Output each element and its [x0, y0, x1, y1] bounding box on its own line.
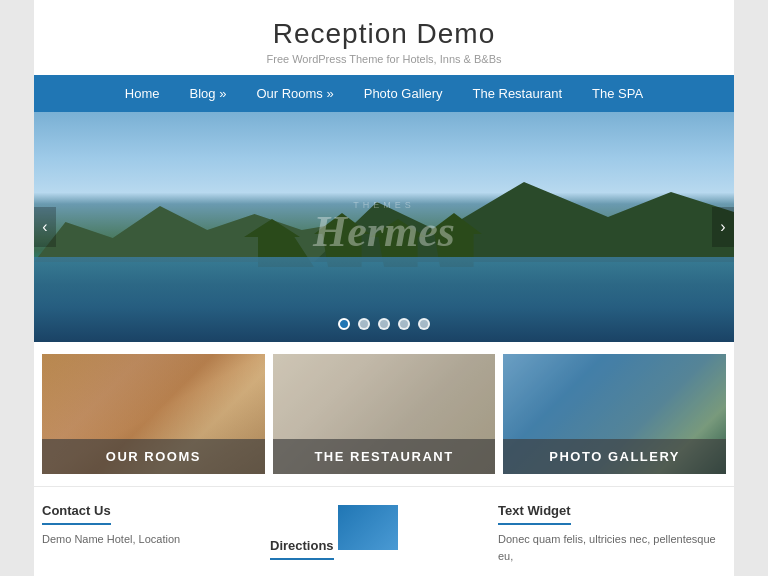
mountain-right: [314, 162, 734, 262]
nav-item-blog[interactable]: Blog »: [175, 75, 242, 112]
widget-directions-title: Directions: [270, 538, 334, 560]
widget-text-title: Text Widget: [498, 503, 571, 525]
slider-dot-2[interactable]: [358, 318, 370, 330]
slider-dot-1[interactable]: [338, 318, 350, 330]
nav-link-gallery[interactable]: Photo Gallery: [349, 75, 458, 112]
feature-label-gallery: PHOTO GALLERY: [503, 439, 726, 474]
feature-label-rooms: OUR ROOMS: [42, 439, 265, 474]
slider-prev-button[interactable]: ‹: [34, 207, 56, 247]
slider-image: THEMES Hermes: [34, 112, 734, 342]
feature-label-restaurant: THE RESTAURANT: [273, 439, 496, 474]
site-header: Reception Demo Free WordPress Theme for …: [34, 0, 734, 75]
widget-text: Text Widget Donec quam felis, ultricies …: [498, 501, 726, 566]
main-nav: Home Blog » Our Rooms » Photo Gallery Th…: [34, 75, 734, 112]
slider-dot-3[interactable]: [378, 318, 390, 330]
slider-dot-5[interactable]: [418, 318, 430, 330]
hero-slider: THEMES Hermes ‹ ›: [34, 112, 734, 342]
site-subtitle: Free WordPress Theme for Hotels, Inns & …: [44, 53, 724, 65]
nav-link-home[interactable]: Home: [110, 75, 175, 112]
nav-link-restaurant[interactable]: The Restaurant: [457, 75, 577, 112]
nav-item-rooms[interactable]: Our Rooms »: [241, 75, 348, 112]
widget-text-content: Donec quam felis, ultricies nec, pellent…: [498, 531, 716, 564]
feature-box-gallery[interactable]: PHOTO GALLERY: [503, 354, 726, 474]
feature-box-rooms[interactable]: OUR ROOMS: [42, 354, 265, 474]
feature-row: OUR ROOMS THE RESTAURANT PHOTO GALLERY: [34, 342, 734, 486]
slider-next-button[interactable]: ›: [712, 207, 734, 247]
nav-item-home[interactable]: Home: [110, 75, 175, 112]
footer-widgets: Contact Us Demo Name Hotel, Location Dir…: [34, 486, 734, 574]
nav-link-rooms[interactable]: Our Rooms »: [241, 75, 348, 112]
nav-item-spa[interactable]: The SPA: [577, 75, 658, 112]
slider-dots: [338, 318, 430, 330]
nav-item-gallery[interactable]: Photo Gallery: [349, 75, 458, 112]
widget-directions: Directions: [270, 501, 498, 566]
nav-link-spa[interactable]: The SPA: [577, 75, 658, 112]
slider-background: [34, 112, 734, 342]
feature-box-restaurant[interactable]: THE RESTAURANT: [273, 354, 496, 474]
nav-item-restaurant[interactable]: The Restaurant: [457, 75, 577, 112]
nav-link-blog[interactable]: Blog »: [175, 75, 242, 112]
widget-contact-title: Contact Us: [42, 503, 111, 525]
widget-contact: Contact Us Demo Name Hotel, Location: [42, 501, 270, 566]
site-title: Reception Demo: [44, 18, 724, 50]
widget-directions-map: [338, 505, 398, 550]
slider-dot-4[interactable]: [398, 318, 410, 330]
widget-contact-content: Demo Name Hotel, Location: [42, 531, 260, 548]
